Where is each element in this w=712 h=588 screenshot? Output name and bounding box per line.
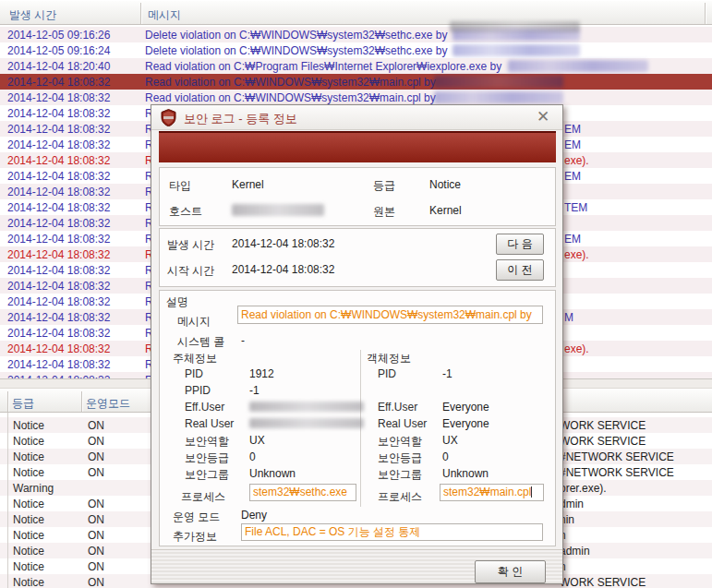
object-process-input[interactable]: stem32₩main.cpl [440,484,544,501]
log-time: 2014-12-04 18:08:32 [7,138,110,151]
detail-value: 1912 [249,367,274,380]
dialog-footer: 확 인 [151,549,562,583]
column-divider [7,391,8,412]
description-group: 설명 메시지 Read violation on C:₩WINDOWS₩syst… [159,290,556,546]
log-row[interactable]: 2014-12-04 18:08:32Read violation on C:₩… [0,74,712,90]
log-message-fragment: exe). [564,342,589,355]
level-value: Notice [13,513,44,526]
log-message-fragment: EM [564,170,581,183]
detail-value: Unknown [442,467,489,480]
redacted-text [453,44,580,56]
log-time: 2014-12-04 18:08:32 [7,327,110,340]
detail-value: -1 [442,367,453,380]
message-label: 메시지 [177,314,211,330]
log-time: 2014-12-05 09:16:24 [7,44,110,57]
log-table-header: 발생 시간 메시지 [0,0,712,25]
log-time: 2014-12-04 18:08:32 [7,186,110,198]
object-info-title: 객체정보 [367,351,411,366]
column-header-time[interactable]: 발생 시간 [9,7,56,23]
detail-value: -1 [249,384,259,397]
prev-button[interactable]: 이 전 [496,259,544,281]
log-message-fragment: M [564,311,573,324]
row-fragment: admin [560,545,590,558]
detail-label: PPID [185,384,211,397]
syscall-label: 시스템 콜 [177,334,224,350]
subject-info-title: 주체정보 [173,351,217,366]
redacted-text [434,91,563,103]
detail-value: UX [249,434,265,447]
event-info-group: 타입 Kernel 등급 Notice 호스트 원본 Kernel [159,167,556,226]
log-row[interactable]: 2014-12-04 18:08:32Read violation on C:₩… [0,90,712,105]
source-value: Kernel [429,204,462,217]
host-label: 호스트 [169,204,202,220]
detail-label: Real User [378,417,427,430]
log-time: 2014-12-04 18:08:32 [7,342,110,355]
level-value: Notice [13,450,44,463]
mode-value: ON [88,450,104,463]
log-message: Delete violation on C:₩WINDOWS₩system32₩… [145,29,447,42]
log-row[interactable]: 2014-12-04 18:20:40Read violation on C:₩… [0,58,712,74]
occur-time-label: 발생 시간 [167,237,214,253]
log-message: Delete violation on C:₩WINDOWS₩system32₩… [145,44,447,57]
ok-button[interactable]: 확 인 [475,560,546,583]
column-separator [360,350,361,507]
mode-value: ON [88,419,104,432]
log-time: 2014-12-04 18:08:32 [7,264,110,277]
detail-label: 보안등급 [378,450,422,466]
level-value: Notice [13,576,44,588]
log-time: 2014-12-04 18:08:32 [7,91,110,104]
detail-label: 보안역할 [378,434,422,450]
detail-label: 보안역할 [185,434,229,450]
log-time: 2014-12-04 18:08:32 [7,311,110,324]
column-header-message[interactable]: 메시지 [148,7,181,23]
detail-value: 0 [442,450,449,463]
time-group: 발생 시간 2014-12-04 18:08:32 시작 시간 2014-12-… [159,228,556,287]
dialog-titlebar[interactable]: 보안 로그 - 등록 정보 ✕ [151,105,562,130]
log-message-fragment: exe). [564,154,589,167]
column-header-mode[interactable]: 운영모드 [86,396,130,412]
level-value: Notice [429,178,461,191]
redacted-host-value [232,204,324,216]
log-row[interactable]: 2014-12-05 09:16:26Delete violation on C… [0,27,712,42]
mode-value: ON [88,576,104,588]
column-header-level[interactable]: 등급 [12,396,34,412]
dialog-title: 보안 로그 - 등록 정보 [184,111,297,127]
description-label: 설명 [166,294,188,310]
detail-label: PID [185,367,203,380]
log-message-fragment: exe). [564,248,589,261]
syscall-value: - [241,334,245,347]
red-banner [159,131,556,162]
log-time: 2014-12-04 18:20:40 [7,60,110,73]
log-message-fragment: EM [564,138,581,151]
next-button[interactable]: 다 음 [496,234,544,255]
type-value: Kernel [232,178,264,191]
close-icon[interactable]: ✕ [533,108,553,126]
level-value: Warning [13,482,54,495]
extra-info-input[interactable]: File ACL, DAC = OS 기능 설정 통제 [241,523,543,541]
row-fragment: WORK SERVICE [560,576,646,588]
subject-process-input[interactable]: stem32₩sethc.exe [249,484,356,501]
log-time: 2014-12-04 18:08:32 [7,201,110,214]
start-time-value: 2014-12-04 18:08:32 [232,263,334,276]
text-caret [531,486,532,498]
mode-value: ON [88,498,104,510]
log-message-fragment: EM [564,233,581,246]
redacted-subject-effuser [249,402,364,412]
detail-label: 보안그룹 [185,467,229,483]
detail-value: Everyone [442,417,489,430]
level-value: Notice [13,498,44,510]
log-row[interactable]: 2014-12-05 09:16:24Delete violation on C… [0,42,712,58]
mode-value: Deny [241,509,267,522]
object-process-label: 프로세스 [378,489,422,505]
mode-value: ON [88,513,104,526]
detail-label: Eff.User [378,401,417,414]
detail-value: Unknown [249,467,296,480]
detail-label: 보안그룹 [378,467,422,483]
log-message-fragment: EM [564,123,581,136]
start-time-label: 시작 시간 [167,263,214,279]
message-input[interactable]: Read violation on C:₩WINDOWS₩system32₩ma… [237,306,543,324]
mode-label: 운영 모드 [173,510,220,525]
detail-label: Eff.User [185,401,224,414]
log-message: Read violation on C:₩Program Files₩Inter… [145,60,501,73]
log-time: 2014-12-04 18:08:32 [7,217,110,230]
